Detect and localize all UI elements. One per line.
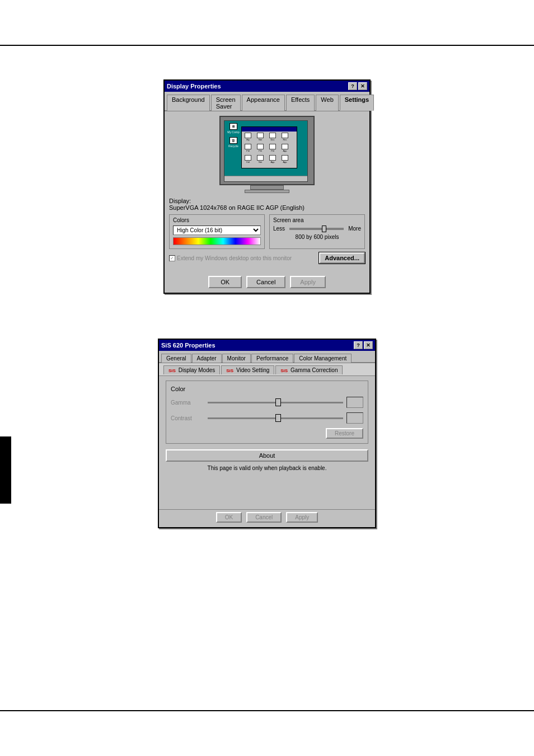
subtab-gammacorrection-label: Gamma Correction — [291, 367, 338, 373]
small-icon-8: App — [280, 144, 290, 153]
dialog2-container: SiS 620 Properties ? ✕ General Adapter M… — [158, 339, 376, 528]
apply-button[interactable]: Apply — [290, 276, 326, 288]
tab-appearance[interactable]: Appearance — [242, 95, 285, 111]
settings-row: Colors High Color (16 bit) Screen area L… — [169, 214, 365, 249]
dialog1-titlebar: Display Properties ? ✕ — [165, 81, 369, 92]
colors-label: Colors — [173, 217, 261, 223]
color-group: Color Gamma Contrast — [166, 381, 368, 444]
desktop-icon-1: 🖥 My Comp — [227, 123, 240, 134]
monitor-screen: My Net Doc Rec Fld Fld Fld App — [224, 120, 308, 182]
monitor-base — [250, 185, 284, 190]
tab2-general[interactable]: General — [161, 354, 191, 363]
extend-checkbox[interactable]: ✓ — [169, 255, 175, 261]
dialog2-body: Color Gamma Contrast — [159, 376, 375, 509]
extend-label: ✓ Extend my Windows desktop onto this mo… — [169, 255, 292, 261]
dialog2-buttons: OK Cancel Apply — [159, 509, 375, 527]
gamma-slider[interactable] — [208, 402, 343, 403]
tab2-colormanagement[interactable]: Color Management — [294, 354, 352, 363]
spacer — [166, 471, 368, 505]
restore-btn-row: Restore — [171, 428, 363, 439]
subtab-displaymodes-label: Display Modes — [179, 367, 216, 373]
restore-button[interactable]: Restore — [326, 428, 363, 439]
small-icon-11: App — [268, 155, 278, 164]
gamma-label: Gamma — [171, 400, 204, 406]
dialog1-close-btn[interactable]: ✕ — [358, 82, 367, 90]
desktop-icon-2: 🗑 Recycle — [227, 137, 240, 148]
small-window: My Net Doc Rec Fld Fld Fld App — [241, 126, 297, 168]
tab-settings[interactable]: Settings — [340, 95, 374, 111]
ok-button[interactable]: OK — [208, 276, 242, 288]
contrast-value — [346, 412, 363, 424]
sis-ok-button[interactable]: OK — [216, 512, 242, 523]
small-icon-12: App — [280, 155, 290, 164]
dialog1-title: Display Properties — [167, 83, 221, 90]
dialog2-subtabs: SiS Display Modes SiS Video Setting SiS … — [159, 363, 375, 376]
small-icon-5: Fld — [243, 144, 253, 153]
dialog1-container: Display Properties ? ✕ Background Screen… — [163, 79, 371, 294]
desktop-icon-area: 🖥 My Comp 🗑 Recycle — [227, 123, 240, 148]
dialog2-main-tabs: General Adapter Monitor Performance Colo… — [159, 351, 375, 363]
monitor-stand — [245, 190, 289, 193]
monitor-taskbar — [224, 176, 307, 181]
display-label: Display: — [169, 198, 365, 204]
display-value: SuperVGA 1024x768 on RAGE IIC AGP (Engli… — [169, 204, 365, 211]
dialog1-buttons: OK Cancel Apply — [165, 273, 369, 293]
contrast-label: Contrast — [171, 415, 204, 421]
monitor-outer: My Net Doc Rec Fld Fld Fld App — [219, 116, 315, 185]
tab-effects[interactable]: Effects — [286, 95, 315, 111]
slider-thumb — [322, 226, 326, 232]
contrast-slider[interactable] — [208, 417, 343, 419]
sis-apply-button[interactable]: Apply — [286, 512, 318, 523]
dialog1-body: My Net Doc Rec Fld Fld Fld App — [165, 111, 369, 273]
contrast-slider-row: Contrast — [171, 412, 363, 424]
screen-area-slider[interactable] — [289, 228, 344, 230]
small-icon-6: Fld — [255, 144, 265, 153]
subtab-videosetting[interactable]: SiS Video Setting — [221, 365, 274, 374]
small-icon-7: Fld — [268, 144, 278, 153]
gamma-value — [346, 397, 363, 408]
cancel-button[interactable]: Cancel — [246, 276, 285, 288]
sis-cancel-button[interactable]: Cancel — [246, 512, 282, 523]
about-button[interactable]: About — [166, 449, 368, 462]
subtab-gammacorrection[interactable]: SiS Gamma Correction — [275, 365, 343, 374]
extend-row: ✓ Extend my Windows desktop onto this mo… — [169, 252, 365, 264]
tab2-monitor[interactable]: Monitor — [222, 354, 251, 363]
screen-area-group: Screen area Less More 800 by 600 pixels — [269, 214, 365, 249]
extend-text: Extend my Windows desktop onto this moni… — [177, 255, 292, 261]
tab-background[interactable]: Background — [167, 95, 210, 111]
color-bar — [173, 237, 261, 245]
more-label: More — [348, 226, 361, 232]
monitor-preview: My Net Doc Rec Fld Fld Fld App — [169, 116, 365, 193]
screen-size: 800 by 600 pixels — [273, 234, 361, 240]
tab2-adapter[interactable]: Adapter — [192, 354, 222, 363]
dialog1-titlebar-buttons: ? ✕ — [348, 82, 367, 90]
sis-logo-1: SiS — [168, 368, 176, 373]
dialog2-title: SiS 620 Properties — [161, 342, 216, 349]
tab-screensaver[interactable]: Screen Saver — [211, 95, 241, 111]
small-window-titlebar — [242, 127, 297, 132]
tab-web[interactable]: Web — [316, 95, 338, 111]
display-properties-dialog: Display Properties ? ✕ Background Screen… — [163, 79, 371, 294]
small-icon-9: Ctrl — [243, 155, 253, 164]
subtab-videosetting-label: Video Setting — [236, 367, 269, 373]
subtab-displaymodes[interactable]: SiS Display Modes — [163, 365, 220, 374]
small-icon-4: Rec — [280, 133, 290, 142]
gamma-thumb — [275, 398, 281, 406]
colors-group: Colors High Color (16 bit) — [169, 214, 265, 249]
page-content: Display Properties ? ✕ Background Screen… — [0, 46, 534, 710]
dialog1-help-btn[interactable]: ? — [348, 82, 357, 90]
playback-note: This page is valid only when playback is… — [166, 465, 368, 471]
dialog2-help-btn[interactable]: ? — [354, 341, 363, 349]
color-group-title: Color — [171, 386, 363, 392]
tab2-performance[interactable]: Performance — [251, 354, 293, 363]
sis-properties-dialog: SiS 620 Properties ? ✕ General Adapter M… — [158, 339, 376, 528]
dialog2-close-btn[interactable]: ✕ — [364, 341, 373, 349]
gamma-slider-row: Gamma — [171, 397, 363, 408]
less-label: Less — [273, 226, 285, 232]
colors-select[interactable]: High Color (16 bit) — [173, 226, 261, 235]
sis-logo-2: SiS — [226, 368, 233, 373]
bottom-rule — [0, 710, 534, 711]
small-icon-3: Doc — [268, 133, 278, 142]
small-icon-10: Net — [255, 155, 265, 164]
advanced-button[interactable]: Advanced... — [319, 252, 365, 264]
